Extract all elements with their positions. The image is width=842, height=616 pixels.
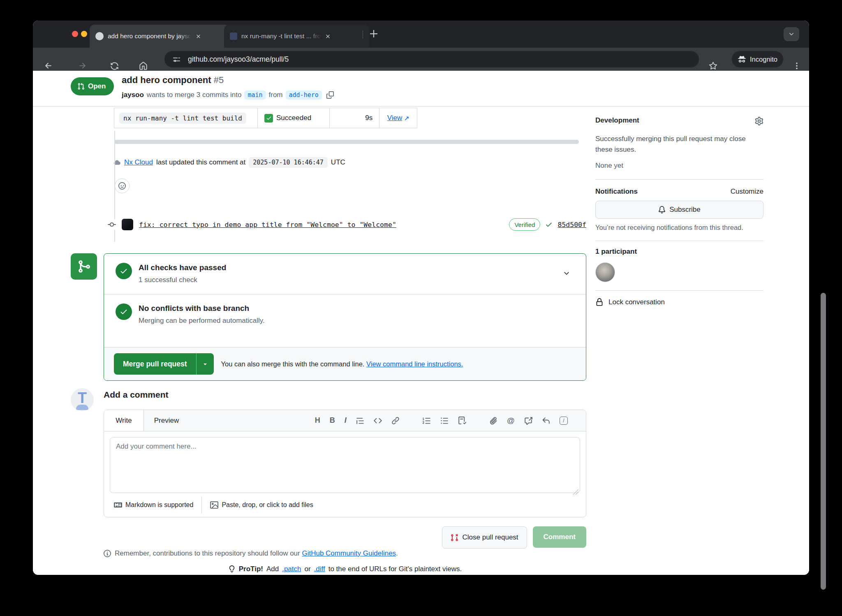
merge-actions-footer: Merge pull request You can also merge th… [104,347,586,380]
close-tab-icon[interactable] [195,33,201,39]
tab-divider [363,30,363,39]
from-word: from [269,91,283,99]
url-text: github.com/jaysoo3/acme/pull/5 [188,55,289,64]
nx-cloud-timestamp: 2025-07-10 16:46:47 [249,157,328,168]
contribution-reminder: Remember, contributions to this reposito… [104,549,398,558]
cli-text: You can also merge this with the command… [221,360,365,368]
numbered-list-icon[interactable] [423,417,431,425]
view-link[interactable]: View [387,114,402,122]
close-pull-request-button[interactable]: Close pull request [442,526,527,549]
gear-icon[interactable] [755,117,763,125]
italic-icon[interactable]: I [345,416,347,425]
sidebar-divider [595,290,763,291]
cross-reference-icon[interactable] [524,417,532,425]
close-tab-icon[interactable] [325,33,331,39]
verified-check-icon [545,221,553,228]
head-branch-label[interactable]: add-hero [286,90,322,100]
pr-title: add hero component #5 [122,75,224,86]
protip-label: ProTip! [239,565,263,573]
merge-pull-request-button[interactable]: Merge pull request [114,353,214,375]
tab-preview[interactable]: Preview [144,410,189,431]
community-guidelines-link[interactable]: GitHub Community Guidelines [302,549,396,557]
customize-link[interactable]: Customize [731,188,763,196]
check-success-emoji-icon [264,114,273,123]
bold-icon[interactable]: B [330,416,335,425]
check-circle-icon [116,263,132,279]
merge-options-dropdown[interactable] [196,353,214,375]
github-page: Open add hero component #5 jaysoo wants … [33,71,809,575]
new-tab-button[interactable] [369,29,379,39]
nx-favicon-icon [230,32,237,40]
comment-submit-button[interactable]: Comment [533,526,586,548]
tab-pull-request[interactable]: add hero component by jayso [90,25,229,48]
commit-message-link[interactable]: fix: correct typo in demo app title from… [139,221,396,229]
commit-author-avatar[interactable] [122,219,133,230]
cli-instructions-link[interactable]: View command line instructions. [366,360,463,368]
markdown-icon [114,501,122,509]
mention-icon[interactable]: @ [507,416,515,425]
add-reaction-button[interactable] [115,178,130,193]
incognito-badge: Incognito [732,51,783,67]
lock-conversation-button[interactable]: Lock conversation [595,298,763,306]
pr-subtitle: jaysoo wants to merge 3 commits into mai… [122,90,334,100]
pr-number: #5 [214,75,224,85]
patch-link[interactable]: .patch [282,565,301,573]
lightbulb-icon [228,565,236,573]
quote-icon[interactable] [356,417,364,425]
pr-author[interactable]: jaysoo [122,91,144,99]
site-settings-icon[interactable] [173,56,180,63]
nx-cloud-link[interactable]: Nx Cloud [124,158,153,167]
comment-editor-header: Write Preview H B I @ [104,410,586,431]
verified-badge[interactable]: Verified [509,218,540,231]
check-name-cell: nx run-many -t lint test build [114,108,258,128]
development-empty: None yet [595,162,763,170]
check-duration-cell: 9s [330,108,380,128]
tab-nx-run[interactable]: nx run-many -t lint test ... fro [224,25,369,48]
check-status-cell: Succeeded [258,108,330,128]
git-merge-icon [71,253,97,280]
merge-status-box: All checks have passed 1 successful chec… [104,253,586,381]
diff-link[interactable]: .diff [314,565,325,573]
nx-cloud-timezone: UTC [331,158,345,167]
participant-avatar[interactable] [595,262,615,282]
close-window-button[interactable] [72,31,78,37]
resize-handle[interactable] [573,489,578,495]
tab-search-button[interactable] [784,27,799,41]
task-list-icon[interactable] [458,417,466,425]
comment-input[interactable] [110,437,580,493]
sidebar-divider [595,179,763,180]
merge-button-label: Merge pull request [114,353,196,375]
close-button-label: Close pull request [463,533,518,542]
address-bar[interactable]: github.com/jaysoo3/acme/pull/5 [164,51,699,67]
base-branch-label[interactable]: main [244,90,266,100]
heading-icon[interactable]: H [315,416,320,425]
attach-files-hint[interactable]: Paste, drop, or click to add files [210,501,313,509]
attach-file-icon[interactable] [489,417,497,425]
formatting-toolbar: H B I @ / [315,410,586,431]
slash-command-icon[interactable]: / [560,417,568,425]
pr-meta-text: wants to merge 3 commits into [147,91,242,99]
reminder-suffix: . [396,549,398,557]
commit-sha-link[interactable]: 85d500f [557,221,586,229]
incognito-icon [738,55,746,64]
protip: ProTip! Add .patch or .diff to the end o… [104,565,586,573]
link-icon[interactable] [391,417,400,425]
copy-icon[interactable] [326,91,334,99]
page-scrollbar[interactable] [821,293,826,590]
notifications-status: You’re not receiving notifications from … [595,224,763,232]
saved-replies-icon[interactable] [542,417,550,425]
comment-actions: Close pull request Comment [104,526,586,549]
minimize-window-button[interactable] [81,31,87,37]
participants-heading: 1 participant [595,248,763,256]
comment-editor-hints: Markdown is supported Paste, drop, or cl… [114,499,313,511]
code-icon[interactable] [374,417,382,425]
chevron-down-icon[interactable] [563,270,570,277]
markdown-hint[interactable]: Markdown is supported [114,501,193,509]
tab-write[interactable]: Write [104,410,144,431]
bullet-list-icon[interactable] [440,417,449,425]
lock-icon [595,298,604,306]
add-comment-heading: Add a comment [104,390,169,400]
table-scrollbar[interactable] [114,140,579,144]
subscribe-button[interactable]: Subscribe [595,201,763,219]
pr-title-text: add hero component [122,75,211,85]
